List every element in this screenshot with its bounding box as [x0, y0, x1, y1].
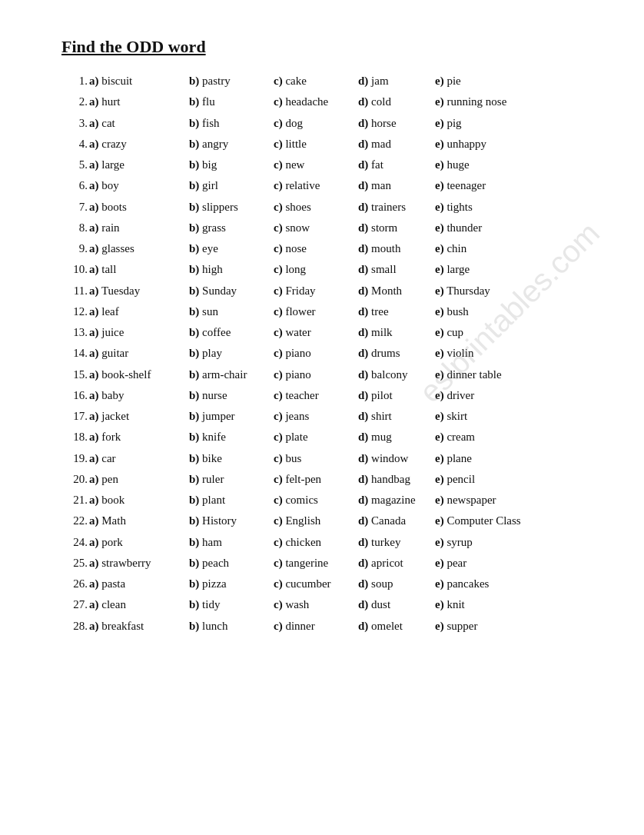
option-b: b) sun — [189, 303, 274, 321]
question-item: 10. a) tall b) high c) long d) small e) … — [61, 261, 598, 278]
option-b: b) plant — [189, 491, 274, 509]
question-options: a) fork b) knife c) plate d) mug e) crea… — [89, 428, 475, 446]
option-d: d) pilot — [358, 387, 435, 404]
option-d: d) soup — [358, 575, 435, 593]
question-options: a) boots b) slippers c) shoes d) trainer… — [89, 198, 473, 216]
question-number: 5. — [61, 156, 88, 174]
question-item: 18. a) fork b) knife c) plate d) mug e) … — [61, 428, 598, 446]
option-b: b) ruler — [189, 471, 274, 488]
option-e: e) plane — [435, 450, 472, 467]
option-a: a) book-shelf — [89, 366, 189, 384]
question-number: 3. — [61, 115, 88, 132]
option-b: b) play — [189, 344, 274, 362]
question-item: 8. a) rain b) grass c) snow d) storm e) … — [61, 219, 598, 237]
question-item: 7. a) boots b) slippers c) shoes d) trai… — [61, 198, 598, 216]
option-c: c) English — [274, 512, 358, 530]
option-e: e) Computer Class — [435, 512, 521, 530]
option-a: a) clean — [89, 596, 189, 614]
option-c: c) piano — [274, 344, 358, 362]
option-c: c) cake — [274, 72, 358, 90]
question-item: 13. a) juice b) coffee c) water d) milk … — [61, 324, 598, 341]
option-d: d) turkey — [358, 534, 435, 551]
option-c: c) tangerine — [274, 554, 358, 572]
option-c: c) cucumber — [274, 575, 358, 593]
option-d: d) drums — [358, 344, 435, 362]
question-item: 15. a) book-shelf b) arm-chair c) piano … — [61, 366, 598, 384]
question-number: 28. — [61, 617, 88, 635]
question-number: 27. — [61, 596, 88, 614]
option-c: c) flower — [274, 303, 358, 321]
option-e: e) cream — [435, 428, 475, 446]
option-d: d) mad — [358, 135, 435, 153]
option-d: d) horse — [358, 115, 435, 132]
option-b: b) lunch — [189, 617, 274, 635]
option-b: b) knife — [189, 428, 274, 446]
option-e: e) supper — [435, 617, 477, 635]
option-c: c) teacher — [274, 387, 358, 404]
question-item: 3. a) cat b) fish c) dog d) horse e) pig — [61, 115, 598, 132]
option-b: b) bike — [189, 450, 274, 467]
option-d: d) magazine — [358, 491, 435, 509]
option-c: c) dog — [274, 115, 358, 132]
question-options: a) juice b) coffee c) water d) milk e) c… — [89, 324, 463, 341]
question-item: 12. a) leaf b) sun c) flower d) tree e) … — [61, 303, 598, 321]
question-item: 27. a) clean b) tidy c) wash d) dust e) … — [61, 596, 598, 614]
option-c: c) new — [274, 156, 358, 174]
option-b: b) arm-chair — [189, 366, 274, 384]
option-e: e) skirt — [435, 408, 467, 425]
question-options: a) book-shelf b) arm-chair c) piano d) b… — [89, 366, 502, 384]
option-d: d) mug — [358, 428, 435, 446]
option-c: c) chicken — [274, 534, 358, 551]
option-a: a) leaf — [89, 303, 189, 321]
option-d: d) tree — [358, 303, 435, 321]
question-item: 6. a) boy b) girl c) relative d) man e) … — [61, 177, 598, 195]
question-item: 28. a) breakfast b) lunch c) dinner d) o… — [61, 617, 598, 635]
question-number: 18. — [61, 428, 88, 446]
option-d: d) mouth — [358, 240, 435, 258]
option-a: a) rain — [89, 219, 189, 237]
option-b: b) coffee — [189, 324, 274, 341]
option-d: d) shirt — [358, 408, 435, 425]
question-options: a) glasses b) eye c) nose d) mouth e) ch… — [89, 240, 466, 258]
option-b: b) slippers — [189, 198, 274, 216]
option-d: d) small — [358, 261, 435, 278]
question-options: a) pen b) ruler c) felt-pen d) handbag e… — [89, 471, 475, 488]
option-a: a) cat — [89, 115, 189, 132]
question-number: 19. — [61, 450, 88, 467]
option-d: d) apricot — [358, 554, 435, 572]
option-a: a) juice — [89, 324, 189, 341]
question-item: 24. a) pork b) ham c) chicken d) turkey … — [61, 534, 598, 551]
option-a: a) baby — [89, 387, 189, 404]
option-d: d) window — [358, 450, 435, 467]
option-c: c) piano — [274, 366, 358, 384]
question-item: 2. a) hurt b) flu c) headache d) cold e)… — [61, 93, 598, 111]
option-e: e) thunder — [435, 219, 482, 237]
question-options: a) rain b) grass c) snow d) storm e) thu… — [89, 219, 482, 237]
option-a: a) jacket — [89, 408, 189, 425]
option-d: d) milk — [358, 324, 435, 341]
question-item: 16. a) baby b) nurse c) teacher d) pilot… — [61, 387, 598, 404]
option-e: e) pear — [435, 554, 466, 572]
option-e: e) knit — [435, 596, 465, 614]
option-d: d) trainers — [358, 198, 435, 216]
question-number: 24. — [61, 534, 88, 551]
question-number: 16. — [61, 387, 88, 404]
question-options: a) boy b) girl c) relative d) man e) tee… — [89, 177, 486, 195]
option-a: a) glasses — [89, 240, 189, 258]
question-number: 14. — [61, 344, 88, 362]
option-b: b) high — [189, 261, 274, 278]
option-b: b) History — [189, 512, 274, 530]
option-c: c) snow — [274, 219, 358, 237]
question-list: 1. a) biscuit b) pastry c) cake d) jam e… — [61, 72, 598, 635]
option-b: b) jumper — [189, 408, 274, 425]
option-b: b) pizza — [189, 575, 274, 593]
option-d: d) Month — [358, 282, 435, 300]
question-item: 14. a) guitar b) play c) piano d) drums … — [61, 344, 598, 362]
option-e: e) newspaper — [435, 491, 496, 509]
question-number: 25. — [61, 554, 88, 572]
question-options: a) car b) bike c) bus d) window e) plane — [89, 450, 472, 467]
question-number: 10. — [61, 261, 88, 278]
option-d: d) omelet — [358, 617, 435, 635]
option-d: d) dust — [358, 596, 435, 614]
option-d: d) Canada — [358, 512, 435, 530]
